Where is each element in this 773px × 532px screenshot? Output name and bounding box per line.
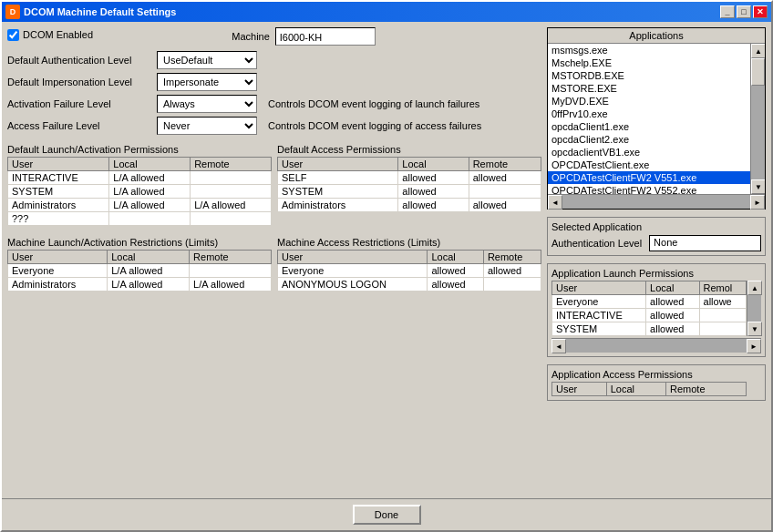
left-panel: DCOM Enabled Machine I6000-KH Default Au… (7, 27, 541, 493)
applications-list[interactable]: msmsgs.exeMschelp.EXEMSTORDB.EXEMSTORE.E… (548, 44, 750, 194)
table-row: INTERACTIVEL/A allowed (8, 171, 272, 185)
table-cell: Administrators (278, 199, 398, 212)
selected-app-label: Selected Application (551, 221, 761, 232)
table-cell: L/A allowed (109, 171, 191, 185)
scroll-thumb[interactable] (751, 58, 765, 86)
al-scroll-up[interactable]: ▲ (747, 281, 762, 295)
app-list-item[interactable]: opcdaClient2.exe (548, 133, 750, 146)
table-cell: Everyone (278, 264, 428, 278)
table-cell: ??? (8, 212, 109, 226)
table-cell: INTERACTIVE (8, 171, 109, 185)
al-col-local: Local (646, 281, 699, 295)
app-list-item[interactable]: 0ffPrv10.exe (548, 107, 750, 120)
table-cell: allowed (428, 264, 483, 278)
app-list-item[interactable]: MSTORDB.EXE (548, 69, 750, 82)
applications-title: Applications (629, 30, 683, 41)
al-hscroll-right[interactable]: ► (747, 339, 761, 353)
minimize-button[interactable]: _ (720, 5, 735, 18)
table-cell: Administrators (8, 278, 108, 292)
ma-col-remote: Remote (483, 251, 541, 264)
default-access-section: Default Access Permissions User Local Re… (277, 144, 541, 226)
table-cell: SELF (278, 171, 398, 185)
scroll-down-arrow[interactable]: ▼ (751, 179, 765, 194)
table-row: AdministratorsL/A allowedL/A allowed (8, 278, 272, 292)
al-col-user: User (552, 281, 646, 295)
default-access-title: Default Access Permissions (277, 144, 541, 155)
table-cell: L/A allowed (191, 199, 272, 212)
field-select-0[interactable]: UseDefault (157, 51, 257, 69)
table-cell: SYSTEM (552, 322, 646, 336)
aa-col-remote: Remote (665, 383, 746, 396)
table-cell (109, 212, 191, 226)
ml-col-local: Local (108, 251, 190, 264)
aa-col-local: Local (606, 383, 665, 396)
app-access-title: Application Access Permissions (551, 369, 761, 380)
table-row: INTERACTIVEallowed (552, 309, 747, 322)
machine-launch-title: Machine Launch/Activation Restrictions (… (7, 237, 272, 248)
table-cell (469, 185, 541, 199)
app-list-item[interactable]: OPCDATestClientFW2 V552.exe (548, 184, 750, 194)
default-launch-title: Default Launch/Activation Permissions (7, 144, 272, 155)
app-list-item[interactable]: MSTORE.EXE (548, 82, 750, 95)
table-cell: allowed (646, 322, 699, 336)
dcom-enabled-checkbox[interactable] (7, 29, 19, 41)
app-launch-panel: Application Launch Permissions User Loca… (547, 263, 766, 357)
table-cell (190, 264, 272, 278)
app-list-item[interactable]: msmsgs.exe (548, 44, 750, 56)
app-list-item[interactable]: MyDVD.EXE (548, 95, 750, 107)
al-hscroll-track (566, 339, 747, 353)
field-label-0: Default Authentication Level (7, 55, 153, 66)
hscroll-left[interactable]: ◄ (548, 195, 562, 210)
field-select-1[interactable]: Impersonate (157, 73, 257, 91)
table-cell: allowed (646, 295, 699, 309)
field-row-1: Default Impersonation Level Impersonate (7, 73, 541, 91)
table-cell: allowed (469, 199, 541, 212)
field-row-0: Default Authentication Level UseDefault (7, 51, 541, 69)
title-bar: D DCOM Machine Default Settings _ □ ✕ (2, 2, 771, 22)
ml-col-remote: Remote (190, 251, 272, 264)
app-list-item[interactable]: OPCDATestClientFW2 V551.exe (548, 171, 750, 184)
table-row: AdministratorsL/A allowedL/A allowed (8, 199, 272, 212)
table-row: SYSTEMallowed (278, 185, 541, 199)
machine-label: Machine (232, 31, 270, 42)
table-cell: Administrators (8, 199, 109, 212)
al-scroll-down[interactable]: ▼ (747, 322, 762, 336)
app-list-item[interactable]: opcdaClient1.exe (548, 120, 750, 133)
al-hscroll-left[interactable]: ◄ (551, 339, 566, 353)
done-button[interactable]: Done (353, 505, 421, 525)
table-cell: L/A allowed (108, 264, 190, 278)
table-cell: allowed (398, 171, 469, 185)
close-button[interactable]: ✕ (753, 5, 768, 18)
table-cell: SYSTEM (278, 185, 398, 199)
app-list-item[interactable]: Mschelp.EXE (548, 56, 750, 69)
machine-access-title: Machine Access Restrictions (Limits) (277, 237, 541, 248)
table-cell: allowe (699, 295, 746, 309)
da-col-local: Local (398, 158, 469, 171)
content-area: DCOM Enabled Machine I6000-KH Default Au… (2, 22, 771, 498)
default-launch-table: User Local Remote INTERACTIVEL/A allowed… (7, 157, 272, 226)
field-select-3[interactable]: Never (157, 117, 257, 135)
field-select-2[interactable]: Always (157, 95, 257, 113)
table-cell: L/A allowed (108, 278, 190, 292)
table-row: ??? (8, 212, 272, 226)
hscroll-right[interactable]: ► (750, 195, 765, 210)
al-col-remote: Remol (699, 281, 746, 295)
machine-value[interactable]: I6000-KH (275, 27, 376, 46)
app-hscrollbar: ◄ ► (548, 194, 765, 209)
table-cell (191, 171, 272, 185)
scroll-up-arrow[interactable]: ▲ (751, 44, 765, 58)
ma-col-local: Local (428, 251, 483, 264)
aa-col-user: User (552, 383, 607, 396)
table-cell: allowed (428, 278, 483, 292)
maximize-button[interactable]: □ (737, 5, 751, 18)
machine-access-table: User Local Remote Everyoneallowedallowed… (277, 250, 541, 292)
machine-access-section: Machine Access Restrictions (Limits) Use… (277, 237, 541, 292)
main-window: D DCOM Machine Default Settings _ □ ✕ DC… (0, 0, 773, 532)
app-launch-title: Application Launch Permissions (551, 268, 761, 279)
table-cell: ANONYMOUS LOGON (278, 278, 428, 292)
ma-col-user: User (278, 251, 428, 264)
app-list-item[interactable]: opcdaclientVB1.exe (548, 146, 750, 159)
app-list-item[interactable]: OPCDATestClient.exe (548, 159, 750, 171)
selected-app-panel: Selected Application Authentication Leve… (547, 217, 766, 256)
hscroll-track (562, 195, 750, 209)
